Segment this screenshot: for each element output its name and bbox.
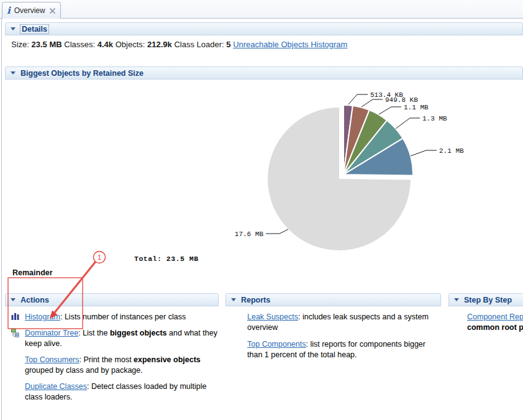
step-desc-bold: common root p: [467, 323, 523, 332]
actions-section: Actions Histogram: Lists number of insta…: [5, 293, 219, 420]
pie-legend-remainder: Remainder: [12, 268, 53, 277]
classes-label: Classes:: [64, 40, 95, 49]
step-by-step-header[interactable]: Step By Step: [448, 293, 523, 306]
leak-suspects-link[interactable]: Leak Suspects: [247, 313, 298, 321]
collapse-triangle-icon: [11, 298, 16, 301]
component-report-link[interactable]: Component Rep: [467, 313, 523, 321]
collapse-triangle-icon: [231, 298, 236, 301]
details-header[interactable]: Details: [5, 22, 523, 35]
reports-body: Leak Suspects: includes leak suspects an…: [225, 306, 441, 367]
step-item-component-report: Component Rep common root p: [448, 312, 523, 333]
reports-section: Reports Leak Suspects: includes leak sus…: [225, 293, 441, 420]
action-item-duplicate-classes: Duplicate Classes: Detect classes loaded…: [5, 381, 219, 403]
size-value: 23.5 MB: [32, 40, 62, 49]
action-desc: : Lists number of instances per class: [60, 313, 186, 321]
step-by-step-section: Step By Step Component Rep common root p: [448, 293, 523, 420]
action-desc: : Print the most: [80, 355, 134, 364]
report-item-leak-suspects: Leak Suspects: includes leak suspects an…: [225, 312, 441, 333]
action-item-histogram: Histogram: Lists number of instances per…: [5, 312, 219, 322]
actions-body: Histogram: Lists number of instances per…: [5, 306, 219, 408]
pie-leader-line: [266, 229, 288, 234]
info-icon: i: [7, 6, 11, 16]
pie-leader-line: [362, 99, 383, 107]
pie-total-label: Total: 23.5 MB: [134, 255, 199, 263]
action-desc-bold: expensive objects: [134, 355, 201, 364]
actions-title: Actions: [20, 296, 49, 304]
classloader-label: Class Loader:: [174, 40, 224, 49]
pie-slice-label: 1.3 MB: [422, 115, 447, 122]
reports-title: Reports: [241, 296, 270, 304]
pie-leader-line: [379, 107, 401, 114]
action-item-dominator-tree: Dominator Tree: List the biggest objects…: [5, 328, 219, 349]
top-components-link[interactable]: Top Components: [247, 340, 306, 349]
pie-slice-label: 2.1 MB: [439, 147, 464, 155]
pie-leader-line: [348, 94, 368, 104]
collapse-triangle-icon: [454, 298, 459, 301]
close-icon[interactable]: [49, 7, 56, 14]
objects-label: Objects:: [116, 40, 145, 49]
details-summary: Size: 23.5 MB Classes: 4.4k Objects: 212…: [11, 40, 347, 49]
duplicate-classes-link[interactable]: Duplicate Classes: [25, 382, 87, 391]
biggest-objects-header[interactable]: Biggest Objects by Retained Size: [5, 66, 523, 80]
actions-header[interactable]: Actions: [5, 293, 219, 306]
action-desc: grouped by class and by package.: [25, 366, 143, 375]
action-desc: : List the: [78, 329, 110, 337]
action-desc-bold: biggest objects: [110, 329, 167, 337]
classes-value: 4.4k: [98, 40, 113, 49]
action-item-top-consumers: Top Consumers: Print the most expensive …: [5, 355, 219, 376]
pie-slice-label: 949.8 KB: [385, 96, 418, 104]
biggest-objects-title: Biggest Objects by Retained Size: [20, 69, 143, 78]
pie-slice-label: 1.1 MB: [404, 104, 429, 111]
details-title: Details: [20, 25, 48, 34]
histogram-icon: [11, 313, 19, 324]
unreachable-objects-histogram-link[interactable]: Unreachable Objects Histogram: [233, 40, 347, 49]
collapse-triangle-icon: [11, 27, 16, 30]
dominator-tree-icon: [11, 329, 20, 340]
tab-bar: i Overview: [0, 0, 523, 19]
classloader-value: 5: [226, 40, 230, 49]
objects-value: 212.9k: [147, 40, 172, 49]
tab-title: Overview: [14, 6, 45, 15]
pie-leader-line: [396, 118, 420, 129]
reports-header[interactable]: Reports: [225, 293, 441, 306]
histogram-link[interactable]: Histogram: [25, 313, 60, 321]
report-item-top-components: Top Components: list reports for compone…: [225, 339, 441, 360]
step-by-step-body: Component Rep common root p: [448, 306, 523, 339]
step-by-step-title: Step By Step: [464, 296, 512, 304]
dominator-tree-link[interactable]: Dominator Tree: [25, 329, 78, 337]
top-consumers-link[interactable]: Top Consumers: [25, 355, 80, 364]
pie-leader-line: [411, 150, 437, 156]
collapse-triangle-icon: [11, 71, 16, 75]
pie-slice-label: 17.6 MB: [235, 231, 264, 238]
retained-size-pie-chart: 513.4 KB949.8 KB1.1 MB1.3 MB2.1 MB17.6 M…: [0, 81, 523, 273]
tab-overview[interactable]: i Overview: [2, 2, 61, 19]
size-label: Size:: [11, 40, 29, 49]
